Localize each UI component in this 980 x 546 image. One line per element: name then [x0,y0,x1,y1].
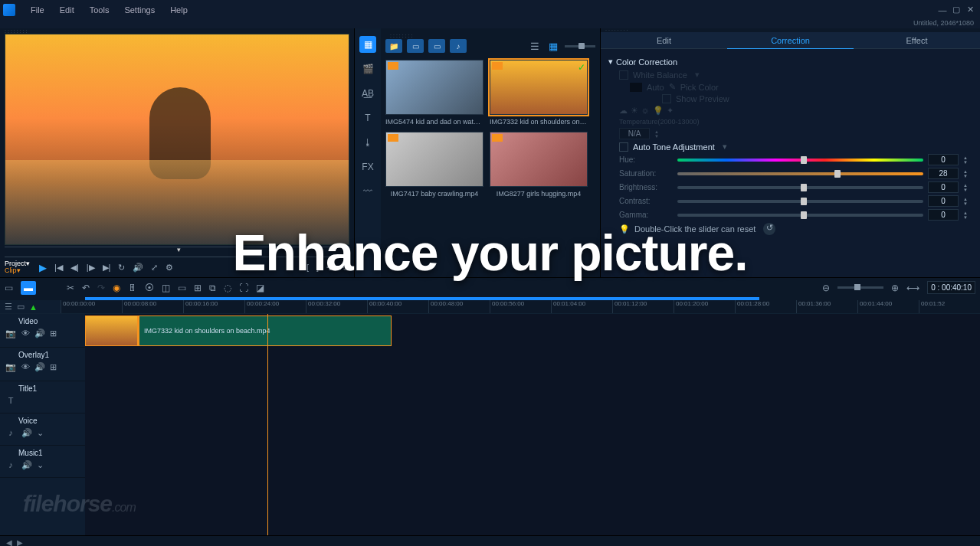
mode-clip[interactable]: Clip▾ [5,267,30,274]
slider-value[interactable]: 28 [928,168,959,179]
slider-knob[interactable] [834,170,841,178]
wb-checkbox[interactable] [619,70,628,80]
slider-value[interactable]: 0 [928,209,959,221]
slider-track[interactable] [677,214,923,217]
zoom-in-icon[interactable]: ⊕ [891,283,899,293]
folder-button[interactable]: 📁 [385,39,402,53]
titles-tab-icon[interactable]: A͟B [359,85,376,102]
preview-scrubber[interactable]: ▾ [5,247,349,257]
slider-knob[interactable] [801,156,807,164]
track-header[interactable]: Overlay1📷👁🔊⊞ [0,348,85,381]
mute-icon[interactable]: 🔊 [34,362,45,372]
color-swatch[interactable] [630,83,642,92]
record-icon[interactable]: ⦿ [145,283,154,293]
playhead[interactable] [267,314,268,535]
fullscreen-button[interactable]: ⤢ [149,263,159,273]
subtitle-icon[interactable]: ▭ [178,283,186,293]
mark-in-button[interactable]: [ [305,263,310,272]
lock-icon[interactable]: ⊞ [50,329,57,338]
track-add-icon[interactable]: ▭ [17,302,25,312]
motion-icon[interactable]: ◌ [224,283,231,293]
preview-mode-labels[interactable]: Project▾ Clip▾ [5,260,30,274]
preset-icon[interactable]: ☁ [619,106,628,116]
undo-button[interactable]: ↶ [82,283,90,293]
text-tab-icon[interactable]: T [359,110,376,126]
visibility-icon[interactable]: 👁 [21,329,30,338]
opt-tab-correction[interactable]: Correction [727,32,854,49]
track-header[interactable]: Music1♪🔊⌄ [0,446,85,478]
close-button[interactable]: ✕ [963,5,977,15]
visibility-icon[interactable]: 👁 [21,362,30,372]
slider-track[interactable] [677,186,923,189]
video-clip[interactable]: IMG7332 kid on shoulders on beach.mp4 [85,316,392,346]
preset-icon[interactable]: 💡 [653,106,664,116]
auto-tone-checkbox[interactable] [619,142,628,152]
track-up-icon[interactable]: ▲ [29,302,38,312]
play-button[interactable]: ▶ [38,262,48,273]
mark-out-button[interactable]: ] [315,263,320,272]
filter-video-button[interactable]: ▭ [407,39,424,53]
spinner-icon[interactable]: ▲▼ [963,197,972,206]
settings-icon[interactable]: ⚙ [164,263,175,273]
slider-value[interactable]: 0 [928,195,959,207]
slider-knob[interactable] [801,198,807,205]
grip-icon[interactable]: :::::::: [0,28,354,32]
section-color-correction[interactable]: ▾Color Correction [608,57,972,67]
opt-tab-effect[interactable]: Effect [854,32,980,49]
slider-track[interactable] [677,172,923,175]
scroll-left-icon[interactable]: ◀ [6,538,12,546]
reset-button[interactable]: ⟲ [339,263,349,273]
spinner-icon[interactable]: ▲▼ [963,169,972,178]
transitions-tab-icon[interactable]: 🎬 [359,60,376,77]
download-tab-icon[interactable]: ⭳ [359,134,376,151]
color-icon[interactable]: ◉ [113,283,120,293]
filter-photo-button[interactable]: ▭ [428,39,445,53]
menu-edit[interactable]: Edit [52,5,82,15]
list-view-icon[interactable]: ☰ [528,41,542,52]
spinner-icon[interactable]: ▲▼ [654,129,664,139]
3d-icon[interactable]: ◪ [256,283,264,293]
track-header[interactable]: Voice♪🔊⌄ [0,414,85,446]
preset-icon[interactable]: ✦ [667,106,674,116]
scrub-handle-icon[interactable]: ▾ [177,246,181,253]
minimize-button[interactable]: — [936,5,949,15]
expand-icon[interactable]: ⌄ [37,428,44,438]
next-frame-button[interactable]: |▶ [85,263,97,273]
thumb-size-slider[interactable] [565,45,595,47]
menu-settings[interactable]: Settings [116,5,162,15]
pan-icon[interactable]: ⛶ [239,283,248,293]
zoom-out-icon[interactable]: ⊖ [822,283,830,293]
loop-button[interactable]: ↻ [116,263,126,273]
redo-button[interactable]: ↷ [97,283,105,293]
spinner-icon[interactable]: ▲▼ [963,211,972,220]
track-menu-icon[interactable]: ☰ [5,302,12,312]
timeline-ruler[interactable]: 00:00:00:0000:00:08:0000:00:16:0000:00:2… [61,300,980,314]
library-thumb[interactable]: ✓IMG7332 kid on shoulders on beach.mp4 [490,60,588,126]
prev-frame-button[interactable]: ◀| [69,263,80,273]
mute-icon[interactable]: 🔊 [21,428,32,438]
grid-view-icon[interactable]: ▦ [546,41,560,52]
go-end-button[interactable]: ▶| [101,263,113,273]
menu-tools[interactable]: Tools [82,5,117,15]
menu-help[interactable]: Help [162,5,195,15]
eyedropper-icon[interactable]: ✎ [669,82,676,92]
fx-tab-icon[interactable]: FX [359,159,376,175]
library-thumb[interactable]: IMG8277 girls hugging.mp4 [490,132,588,198]
timecode-display[interactable]: 0 : 00:40:10 [927,281,975,294]
preset-icon[interactable]: ⛭ [641,106,650,116]
show-preview-checkbox[interactable] [662,94,671,103]
opt-tab-edit[interactable]: Edit [601,32,727,49]
library-thumb[interactable]: IMG5474 kid and dad on water lside.mp4 [385,60,483,126]
chapter-icon[interactable]: ◫ [162,283,170,293]
zoom-slider[interactable] [837,286,883,289]
timeline-view-icon[interactable]: ▬ [21,281,36,295]
media-tab-icon[interactable]: ▦ [359,36,376,53]
slider-value[interactable]: 0 [928,154,959,165]
preview-video[interactable] [5,34,349,245]
filter-audio-button[interactable]: ♪ [450,39,467,53]
maximize-button[interactable]: ▢ [949,5,963,15]
paths-tab-icon[interactable]: 〰 [359,183,376,200]
storyboard-view-icon[interactable]: ▭ [5,283,13,293]
mute-icon[interactable]: 🔊 [21,460,32,470]
pick-color-button[interactable]: Pick Color [680,83,719,92]
